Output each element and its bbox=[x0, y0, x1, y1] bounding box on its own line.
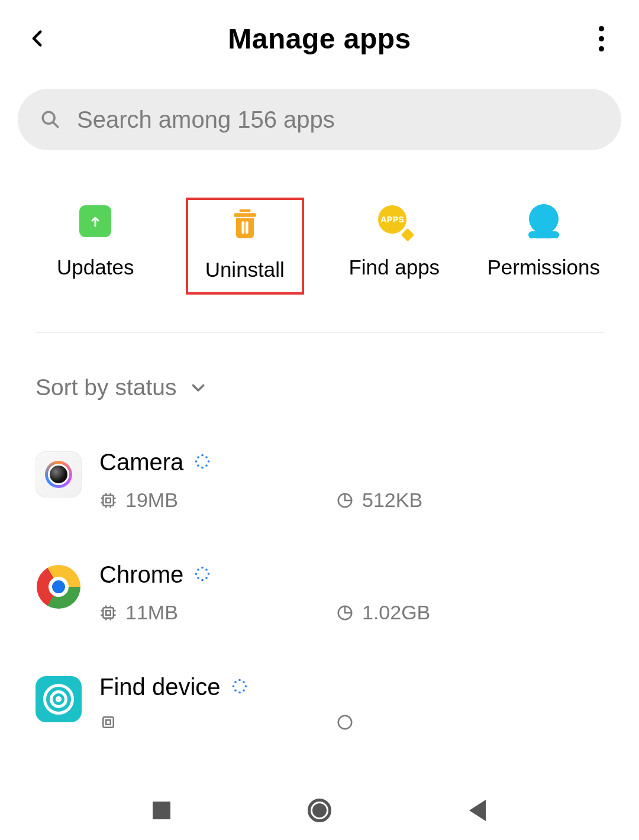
app-row-camera[interactable]: Camera 19MB bbox=[36, 424, 604, 537]
svg-point-31 bbox=[195, 573, 198, 575]
storage-icon bbox=[336, 713, 354, 731]
svg-point-29 bbox=[201, 579, 204, 581]
svg-point-8 bbox=[208, 460, 210, 463]
sort-dropdown[interactable]: Sort by status bbox=[0, 333, 639, 400]
chevron-down-icon bbox=[189, 379, 207, 396]
back-button[interactable] bbox=[20, 21, 56, 56]
chrome-app-icon bbox=[36, 564, 82, 610]
svg-line-1 bbox=[53, 122, 58, 127]
search-bar[interactable] bbox=[18, 89, 621, 150]
nav-home-button[interactable] bbox=[302, 793, 337, 828]
find-apps-label: Find apps bbox=[348, 256, 440, 279]
memory-icon bbox=[99, 713, 117, 731]
storage-icon bbox=[336, 604, 354, 622]
updates-label: Updates bbox=[57, 256, 134, 279]
overflow-menu-button[interactable] bbox=[583, 21, 619, 56]
app-row-find-device[interactable]: Find device bbox=[36, 649, 604, 756]
svg-point-7 bbox=[205, 456, 208, 458]
svg-point-47 bbox=[243, 689, 245, 692]
loading-spinner-icon bbox=[231, 678, 248, 697]
svg-point-54 bbox=[338, 716, 352, 729]
camera-app-icon bbox=[36, 451, 82, 497]
more-vertical-icon bbox=[599, 24, 604, 54]
svg-point-26 bbox=[205, 568, 208, 571]
find-apps-badge-text: APPS bbox=[380, 215, 404, 224]
svg-rect-34 bbox=[106, 610, 111, 615]
app-ram: 11MB bbox=[125, 601, 178, 624]
search-input[interactable] bbox=[77, 106, 599, 133]
triangle-left-icon bbox=[469, 800, 486, 821]
updates-shortcut[interactable]: Updates bbox=[36, 198, 154, 295]
svg-rect-5 bbox=[246, 221, 248, 234]
svg-point-6 bbox=[201, 454, 204, 456]
svg-point-12 bbox=[195, 460, 198, 463]
svg-rect-2 bbox=[239, 209, 250, 212]
app-name: Find device bbox=[99, 674, 221, 700]
nav-recents-button[interactable] bbox=[144, 793, 179, 828]
svg-point-28 bbox=[205, 577, 208, 579]
sort-label: Sort by status bbox=[36, 374, 176, 400]
svg-point-25 bbox=[201, 566, 204, 568]
nav-back-button[interactable] bbox=[460, 793, 495, 828]
svg-point-9 bbox=[205, 464, 208, 467]
storage-icon bbox=[336, 492, 354, 509]
find-apps-icon: APPS bbox=[378, 205, 410, 237]
svg-point-50 bbox=[232, 685, 234, 687]
svg-point-13 bbox=[197, 456, 199, 458]
svg-rect-14 bbox=[103, 495, 114, 506]
svg-point-49 bbox=[234, 689, 237, 692]
permissions-shortcut[interactable]: Permissions bbox=[485, 198, 603, 295]
updates-icon bbox=[79, 205, 111, 237]
search-icon bbox=[40, 109, 60, 130]
app-ram: 19MB bbox=[125, 489, 178, 512]
svg-rect-4 bbox=[241, 221, 244, 234]
svg-point-27 bbox=[208, 573, 210, 575]
svg-rect-53 bbox=[106, 720, 111, 725]
svg-rect-33 bbox=[103, 608, 114, 618]
circle-icon bbox=[308, 799, 331, 822]
app-storage: 512KB bbox=[362, 489, 422, 512]
svg-point-51 bbox=[234, 681, 237, 683]
svg-point-30 bbox=[197, 577, 199, 579]
permissions-label: Permissions bbox=[487, 256, 600, 279]
uninstall-label: Uninstall bbox=[205, 258, 285, 282]
permissions-icon bbox=[529, 204, 559, 238]
svg-point-32 bbox=[197, 568, 199, 571]
svg-point-46 bbox=[244, 685, 247, 687]
system-nav-bar bbox=[0, 781, 639, 840]
uninstall-shortcut[interactable]: Uninstall bbox=[186, 198, 304, 295]
find-device-app-icon bbox=[36, 676, 82, 722]
app-name: Chrome bbox=[99, 561, 183, 588]
chevron-left-icon bbox=[28, 28, 48, 49]
app-name: Camera bbox=[99, 449, 183, 476]
app-storage: 1.02GB bbox=[362, 601, 430, 624]
svg-point-44 bbox=[238, 679, 241, 681]
svg-point-10 bbox=[201, 466, 204, 469]
trash-icon bbox=[227, 206, 263, 241]
svg-rect-52 bbox=[103, 717, 114, 728]
svg-point-45 bbox=[243, 681, 245, 683]
loading-spinner-icon bbox=[194, 566, 211, 584]
memory-icon bbox=[99, 604, 117, 622]
find-apps-shortcut[interactable]: APPS Find apps bbox=[335, 198, 453, 295]
square-icon bbox=[153, 802, 170, 819]
svg-point-11 bbox=[197, 464, 199, 467]
page-title: Manage apps bbox=[56, 22, 583, 55]
app-row-chrome[interactable]: Chrome 11MB bbox=[36, 537, 604, 649]
svg-rect-15 bbox=[106, 498, 111, 503]
loading-spinner-icon bbox=[194, 453, 211, 472]
svg-point-48 bbox=[238, 691, 241, 693]
memory-icon bbox=[99, 492, 117, 509]
svg-rect-3 bbox=[234, 213, 256, 217]
